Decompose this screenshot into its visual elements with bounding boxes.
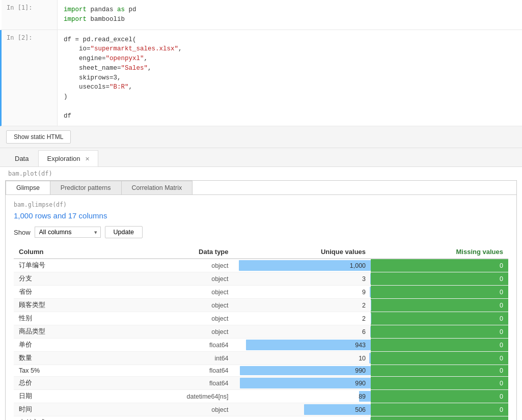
cell-unique: 506 [239,403,371,416]
table-row[interactable]: 顾客类型object20 [14,299,508,312]
columns-select-wrapper: All columns Numeric only Categorical onl… [35,227,101,238]
cell-dtype: float64 [102,377,239,390]
table-row[interactable]: 省份object90 [14,286,508,299]
cell-col-name: 时间 [14,403,102,416]
cell-2-code[interactable]: df = pd.read_excel( io="supermarkt_sales… [58,30,522,126]
cell-col-name: 省份 [14,286,102,299]
cell-1-code[interactable]: import pandas as pd import bamboolib [58,0,522,30]
button-area: Show static HTML [0,126,522,148]
cell-unique: 2 [239,299,371,312]
cell-missing: 0 [371,312,508,325]
cell-dtype: object [102,299,239,312]
cell-2-label: In [2]: [2,30,58,126]
cell-unique: 9 [239,286,371,299]
cell-dtype: float64 [102,339,239,352]
cell-unique: 89 [239,390,371,403]
cell-unique: 943 [239,339,371,352]
cell-dtype: object [102,403,239,416]
cell-col-name: 商品类型 [14,325,102,339]
cell-col-name: Tax 5% [14,365,102,377]
cell-missing: 0 [371,365,508,377]
cell-dtype: object [102,272,239,286]
cell-col-name: 支付方式 [14,416,102,420]
cell-col-name: 订单编号 [14,259,102,272]
glimpse-content: bam.glimpse(df) 1,000 rows and 17 column… [6,195,516,420]
cell-missing: 0 [371,339,508,352]
show-label: Show [14,229,31,236]
cell-missing: 0 [371,325,508,339]
glimpse-fn-label: bam.glimpse(df) [14,201,508,208]
table-row[interactable]: Tax 5%float649900 [14,365,508,377]
table-row[interactable]: 日期datetime64[ns]890 [14,390,508,403]
cell-dtype: object [102,312,239,325]
tab-predictor-patterns[interactable]: Predictor patterns [50,181,122,194]
exploration-panel: Glimpse Predictor patterns Correlation M… [5,180,517,420]
inner-tabs-bar: Glimpse Predictor patterns Correlation M… [6,181,516,195]
cell-dtype: datetime64[ns] [102,390,239,403]
cell-col-name: 性别 [14,312,102,325]
table-row[interactable]: 性别object20 [14,312,508,325]
cell-col-name: 总价 [14,377,102,390]
cell-col-name: 数量 [14,352,102,365]
cell-unique: 3 [239,416,371,420]
cell-missing: 0 [371,390,508,403]
columns-select[interactable]: All columns Numeric only Categorical onl… [35,227,101,238]
cell-dtype: object [102,286,239,299]
tab-correlation-matrix[interactable]: Correlation Matrix [121,181,193,194]
cell-1: In [1]: import pandas as pd import bambo… [0,0,522,30]
cell-missing: 0 [371,259,508,272]
cell-missing: 0 [371,272,508,286]
show-static-button[interactable]: Show static HTML [6,130,71,144]
cell-dtype: float64 [102,365,239,377]
cell-col-name: 分支 [14,272,102,286]
table-row[interactable]: 支付方式object30 [14,416,508,420]
cell-dtype: object [102,325,239,339]
outer-fn-label: bam.plot(df) [0,167,522,180]
table-row[interactable]: 时间object5060 [14,403,508,416]
table-row[interactable]: 商品类型object60 [14,325,508,339]
col-header-datatype: Data type [102,245,239,259]
cell-col-name: 单价 [14,339,102,352]
cell-missing: 0 [371,299,508,312]
cell-missing: 0 [371,286,508,299]
cell-1-label: In [1]: [2,0,58,30]
table-row[interactable]: 数量int64100 [14,352,508,365]
tab-data[interactable]: Data [6,150,37,166]
cell-missing: 0 [371,377,508,390]
cell-dtype: object [102,416,239,420]
glimpse-table: Column Data type Unique values Missing v… [14,245,508,420]
glimpse-summary: 1,000 rows and 17 columns [14,211,508,220]
cell-unique: 1,000 [239,259,371,272]
col-header-unique: Unique values [239,245,371,259]
tab-glimpse[interactable]: Glimpse [6,181,50,194]
show-control: Show All columns Numeric only Categorica… [14,226,508,238]
col-header-column: Column [14,245,102,259]
col-header-missing: Missing values [371,245,508,259]
tab-exploration-close[interactable]: ✕ [85,156,90,162]
cell-unique: 2 [239,312,371,325]
update-button[interactable]: Update [105,226,143,238]
cell-2: In [2]: df = pd.read_excel( io="supermar… [0,30,522,127]
table-row[interactable]: 单价float649430 [14,339,508,352]
cell-col-name: 日期 [14,390,102,403]
tab-exploration[interactable]: Exploration ✕ [38,150,98,166]
table-row[interactable]: 分支object30 [14,272,508,286]
table-row[interactable]: 订单编号object1,0000 [14,259,508,272]
cell-unique: 3 [239,272,371,286]
cell-unique: 990 [239,365,371,377]
cell-missing: 0 [371,352,508,365]
cell-col-name: 顾客类型 [14,299,102,312]
cell-missing: 0 [371,416,508,420]
cell-unique: 10 [239,352,371,365]
cell-unique: 6 [239,325,371,339]
cell-missing: 0 [371,403,508,416]
outer-tabs-bar: Data Exploration ✕ [0,148,522,167]
cell-dtype: int64 [102,352,239,365]
cell-unique: 990 [239,377,371,390]
table-row[interactable]: 总价float649900 [14,377,508,390]
cell-dtype: object [102,259,239,272]
